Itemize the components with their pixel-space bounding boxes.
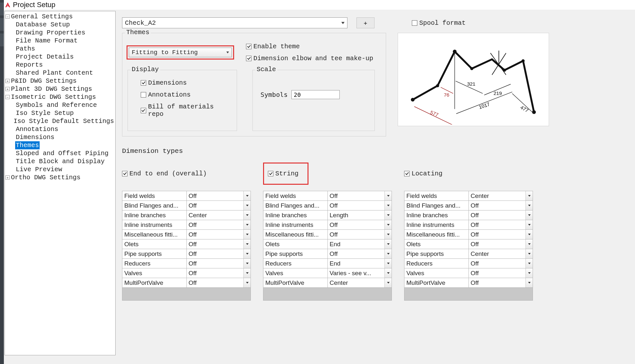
row-value-cell[interactable]: Off xyxy=(186,278,251,288)
chevron-down-icon[interactable] xyxy=(384,268,392,278)
dim-string-grid[interactable]: Field weldsOffBlind Flanges and...OffInl… xyxy=(263,191,392,301)
table-row[interactable]: ReducersOff xyxy=(404,259,533,268)
row-value-cell[interactable]: Off xyxy=(469,278,533,288)
enable-theme-checkbox[interactable]: Enable theme xyxy=(246,43,373,50)
chevron-down-icon[interactable] xyxy=(526,210,533,220)
row-value-cell[interactable]: Off xyxy=(469,239,533,249)
chevron-down-icon[interactable] xyxy=(243,220,251,229)
dim-elbow-checkbox[interactable]: Dimension elbow and tee make-up xyxy=(246,55,373,62)
dim-end_to_end-checkbox[interactable]: End to end (overall) xyxy=(122,170,207,177)
tree-item-iso[interactable]: Isometric DWG Settings xyxy=(10,93,97,101)
row-value-cell[interactable]: Off xyxy=(469,201,533,210)
chevron-down-icon[interactable] xyxy=(384,239,392,249)
theme-combo[interactable]: Fitting to Fitting xyxy=(129,48,232,57)
row-value-cell[interactable]: Off xyxy=(327,249,392,259)
chevron-down-icon[interactable] xyxy=(243,191,251,201)
table-row[interactable]: MultiPortValveCenter xyxy=(263,278,392,288)
row-value-cell[interactable]: Off xyxy=(186,259,251,268)
row-value-cell[interactable]: Off xyxy=(186,249,251,259)
row-value-cell[interactable]: Off xyxy=(327,191,392,201)
chevron-down-icon[interactable] xyxy=(243,249,251,258)
dim-locating-grid[interactable]: Field weldsCenterBlind Flanges and...Off… xyxy=(404,191,533,301)
chevron-down-icon[interactable] xyxy=(526,191,533,201)
table-row[interactable]: ValvesOff xyxy=(122,268,251,278)
row-value-cell[interactable]: End xyxy=(327,259,392,268)
row-value-cell[interactable]: Off xyxy=(327,230,392,239)
table-row[interactable]: MultiPortValveOff xyxy=(404,278,533,288)
table-row[interactable]: Pipe supportsOff xyxy=(263,249,392,259)
tree-item-shared[interactable]: Shared Plant Content xyxy=(15,69,94,77)
table-row[interactable]: Miscellaneous fitti...Off xyxy=(404,230,533,239)
row-value-cell[interactable]: Off xyxy=(469,210,533,220)
row-value-cell[interactable]: Off xyxy=(327,220,392,230)
table-row[interactable]: ReducersEnd xyxy=(263,259,392,268)
table-row[interactable]: Field weldsOff xyxy=(122,191,251,201)
tree-toggle-iso[interactable]: − xyxy=(5,95,10,99)
table-row[interactable]: Inline branchesCenter xyxy=(122,210,251,220)
tree-item-database[interactable]: Database Setup xyxy=(15,21,71,29)
tree-item-sloped[interactable]: Sloped and Offset Piping xyxy=(15,149,109,157)
row-value-cell[interactable]: Off xyxy=(186,201,251,210)
chevron-down-icon[interactable] xyxy=(384,220,392,229)
style-combo[interactable]: Check_A2 xyxy=(122,17,347,28)
spool-format-checkbox[interactable]: Spool format xyxy=(412,19,466,27)
row-value-cell[interactable]: Off xyxy=(186,191,251,201)
row-value-cell[interactable]: Center xyxy=(469,191,533,201)
tree-toggle-ortho[interactable]: + xyxy=(5,175,10,180)
row-value-cell[interactable]: Off xyxy=(327,201,392,210)
display-dimensions-checkbox[interactable]: Dimensions xyxy=(141,79,232,87)
table-row[interactable]: Inline branchesOff xyxy=(404,210,533,220)
chevron-down-icon[interactable] xyxy=(526,230,533,239)
chevron-down-icon[interactable] xyxy=(243,278,251,287)
chevron-down-icon[interactable] xyxy=(384,249,392,258)
chevron-down-icon[interactable] xyxy=(243,210,251,220)
dim-string-checkbox[interactable]: String xyxy=(268,170,299,177)
table-row[interactable]: Inline instrumentsOff xyxy=(404,220,533,230)
row-value-cell[interactable]: Varies - see v... xyxy=(327,268,392,278)
table-row[interactable]: OletsOff xyxy=(404,239,533,249)
table-row[interactable]: Blind Flanges and...Off xyxy=(404,201,533,210)
table-row[interactable]: Inline instrumentsOff xyxy=(122,220,251,230)
table-row[interactable]: Inline branchesLength xyxy=(263,210,392,220)
chevron-down-icon[interactable] xyxy=(384,278,392,287)
tree-item-iso-style-def[interactable]: Iso Style Default Settings xyxy=(13,117,115,125)
chevron-down-icon[interactable] xyxy=(243,230,251,239)
tree-item-reports[interactable]: Reports xyxy=(15,61,43,69)
tree-item-drawing-props[interactable]: Drawing Properties xyxy=(15,29,86,37)
chevron-down-icon[interactable] xyxy=(526,239,533,249)
table-row[interactable]: Blind Flanges and...Off xyxy=(122,201,251,210)
display-bom-checkbox[interactable]: Bill of materials repo xyxy=(141,103,232,118)
chevron-down-icon[interactable] xyxy=(526,268,533,278)
tree-item-plant3d[interactable]: Plant 3D DWG Settings xyxy=(10,85,93,93)
tree-item-project-details[interactable]: Project Details xyxy=(15,53,74,61)
table-row[interactable]: Inline instrumentsOff xyxy=(263,220,392,230)
chevron-down-icon[interactable] xyxy=(384,230,392,239)
table-row[interactable]: ValvesVaries - see v... xyxy=(263,268,392,278)
chevron-down-icon[interactable] xyxy=(526,278,533,287)
dim-end_to_end-grid[interactable]: Field weldsOffBlind Flanges and...OffInl… xyxy=(122,191,251,301)
row-value-cell[interactable]: Off xyxy=(469,259,533,268)
tree-toggle-pid[interactable]: + xyxy=(5,79,10,83)
chevron-down-icon[interactable] xyxy=(384,191,392,201)
chevron-down-icon[interactable] xyxy=(526,220,533,229)
chevron-down-icon[interactable] xyxy=(243,259,251,268)
table-row[interactable]: Pipe supportsOff xyxy=(122,249,251,259)
chevron-down-icon[interactable] xyxy=(243,268,251,278)
tree-item-live-preview[interactable]: Live Preview xyxy=(15,165,63,173)
table-row[interactable]: OletsEnd xyxy=(263,239,392,249)
table-row[interactable]: Pipe supportsCenter xyxy=(404,249,533,259)
tree-item-ortho[interactable]: Ortho DWG Settings xyxy=(10,173,81,182)
row-value-cell[interactable]: Center xyxy=(469,249,533,259)
symbols-input[interactable] xyxy=(291,90,340,99)
row-value-cell[interactable]: Off xyxy=(469,220,533,230)
table-row[interactable]: Miscellaneous fitti...Off xyxy=(122,230,251,239)
chevron-down-icon[interactable] xyxy=(526,259,533,268)
row-value-cell[interactable]: Length xyxy=(327,210,392,220)
chevron-down-icon[interactable] xyxy=(384,201,392,210)
chevron-down-icon[interactable] xyxy=(384,259,392,268)
table-row[interactable]: Field weldsOff xyxy=(263,191,392,201)
row-value-cell[interactable]: Off xyxy=(469,268,533,278)
tree-item-iso-style[interactable]: Iso Style Setup xyxy=(15,109,74,117)
chevron-down-icon[interactable] xyxy=(384,210,392,220)
tree-item-dimensions[interactable]: Dimensions xyxy=(15,133,55,141)
